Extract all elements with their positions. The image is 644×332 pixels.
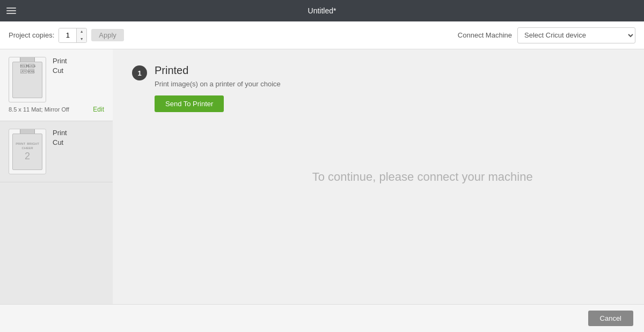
copies-decrement[interactable]: ▼: [77, 35, 86, 43]
mat-thumbnail-row-2: PRINTBRIGHT CHEER 2 Print Cut: [9, 129, 104, 174]
mat-item-1[interactable]: HOLY PEACE JOY NOEL: [0, 49, 113, 121]
connect-machine-label: Connect Machine: [458, 31, 512, 39]
mat-content-1: HOLY PEACE JOY NOEL: [14, 64, 40, 73]
bottom-bar: Cancel: [0, 304, 644, 332]
mat-label-2: Print Cut: [53, 129, 67, 147]
copies-spinners: ▲ ▼: [76, 28, 86, 43]
edit-link-1[interactable]: Edit: [93, 106, 104, 113]
mat2-content: PRINTBRIGHT CHEER 2: [13, 134, 42, 169]
copies-input-wrap: ▲ ▼: [58, 28, 87, 43]
app-title: Untitled*: [308, 6, 336, 15]
send-to-printer-button[interactable]: Send To Printer: [155, 95, 224, 112]
apply-button[interactable]: Apply: [91, 29, 124, 41]
continue-message: To continue, please connect your machine: [312, 170, 533, 184]
step-section: 1 Printed Print image(s) on a printer of…: [132, 64, 625, 112]
top-bar: Untitled*: [0, 0, 644, 21]
content-area: 1 Printed Print image(s) on a printer of…: [113, 49, 644, 304]
mat-thumbnail-row-1: HOLY PEACE JOY NOEL: [9, 57, 104, 102]
connect-machine-section: Connect Machine Select Cricut device Cri…: [458, 27, 635, 43]
toolbar-row: Project copies: ▲ ▼ Apply Connect Machin…: [0, 21, 644, 49]
sidebar: HOLY PEACE JOY NOEL: [0, 49, 113, 304]
copies-increment[interactable]: ▲: [77, 28, 86, 35]
mat-info-row-1: 8.5 x 11 Mat; Mirror Off Edit: [9, 106, 104, 113]
step-title: Printed: [155, 64, 281, 77]
device-select[interactable]: Select Cricut device Cricut Maker Cricut…: [517, 27, 635, 43]
mat-label-1: Print Cut: [53, 57, 67, 76]
copies-input[interactable]: [59, 28, 76, 43]
mat-thumbnail-2: PRINTBRIGHT CHEER 2: [9, 129, 46, 174]
mat-inner-1: HOLY PEACE JOY NOEL: [12, 62, 42, 98]
step-badge: 1: [132, 65, 147, 80]
menu-icon[interactable]: [6, 8, 16, 14]
cancel-button[interactable]: Cancel: [588, 311, 633, 326]
mat2-number: 2: [25, 151, 30, 162]
mat-thumbnail-1: HOLY PEACE JOY NOEL: [9, 57, 46, 102]
mat-item-2[interactable]: PRINTBRIGHT CHEER 2 Print Cut: [0, 121, 113, 182]
mat-inner-2: PRINTBRIGHT CHEER 2: [12, 134, 42, 170]
mat-info-text-1: 8.5 x 11 Mat; Mirror Off: [9, 106, 69, 113]
step-description: Print image(s) on a printer of your choi…: [155, 80, 281, 88]
project-copies-label: Project copies:: [9, 31, 54, 39]
main-area: HOLY PEACE JOY NOEL: [0, 49, 644, 304]
step-content: Printed Print image(s) on a printer of y…: [155, 64, 281, 112]
